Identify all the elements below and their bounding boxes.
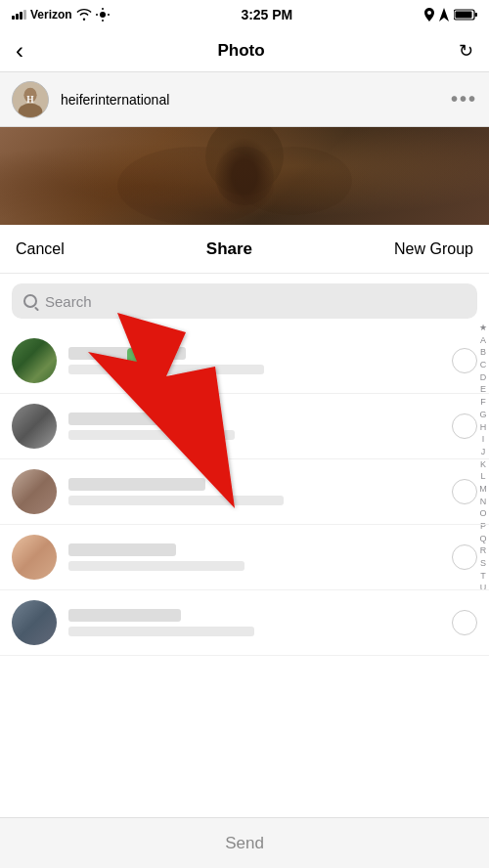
arrow-icon <box>439 8 449 22</box>
contact-sub <box>68 627 254 636</box>
list-item[interactable] <box>0 394 489 459</box>
avatar <box>12 338 57 383</box>
select-radio[interactable] <box>452 348 477 373</box>
contact-sub <box>68 365 264 374</box>
contact-info <box>68 347 440 374</box>
list-item[interactable] <box>0 525 489 590</box>
search-icon <box>23 294 37 308</box>
status-bar: Verizon 3:25 PM <box>0 0 489 29</box>
list-item[interactable] <box>0 590 489 656</box>
contact-name <box>68 478 205 491</box>
send-button[interactable]: Send <box>225 834 264 853</box>
contact-info <box>68 478 440 505</box>
contact-name <box>68 609 181 622</box>
more-button[interactable]: ••• <box>451 88 477 110</box>
signal-icon <box>12 10 26 20</box>
contact-info <box>68 412 440 440</box>
svg-rect-6 <box>455 12 471 19</box>
avatar <box>12 404 57 449</box>
new-group-button[interactable]: New Group <box>394 240 473 258</box>
status-left: Verizon <box>12 8 110 22</box>
svg-rect-7 <box>474 13 477 17</box>
nav-bar: ‹ Photo ↻ <box>0 29 489 72</box>
svg-point-0 <box>100 12 106 18</box>
status-right <box>424 8 477 22</box>
send-bar: Send <box>0 817 489 868</box>
wifi-icon <box>76 9 92 21</box>
share-row: Cancel Share New Group <box>0 225 489 274</box>
select-radio[interactable] <box>452 544 477 570</box>
avatar: H <box>12 81 49 118</box>
cancel-button[interactable]: Cancel <box>16 240 65 258</box>
contact-list <box>0 328 489 656</box>
contact-sub <box>68 430 235 440</box>
contact-info <box>68 543 440 571</box>
green-blob <box>127 348 155 375</box>
svg-point-15 <box>235 147 352 215</box>
contact-info <box>68 609 440 636</box>
nav-title: Photo <box>217 41 264 61</box>
list-item[interactable] <box>0 328 489 394</box>
photo-banner <box>0 127 489 225</box>
search-bar[interactable]: Search <box>12 283 477 319</box>
contact-name <box>68 412 166 425</box>
profile-bar: H heiferinternational ••• <box>0 72 489 127</box>
profile-username: heiferinternational <box>61 92 439 108</box>
share-title: Share <box>206 239 252 259</box>
avatar <box>12 535 57 580</box>
contact-name <box>68 543 176 556</box>
refresh-button[interactable]: ↻ <box>459 40 473 62</box>
select-radio[interactable] <box>452 610 477 635</box>
select-radio[interactable] <box>452 413 477 439</box>
carrier-label: Verizon <box>30 8 72 22</box>
battery-icon <box>454 9 477 21</box>
search-container: Search <box>0 274 489 328</box>
status-time: 3:25 PM <box>241 7 292 22</box>
list-item[interactable] <box>0 459 489 525</box>
svg-text:H: H <box>26 94 34 104</box>
search-input[interactable]: Search <box>45 293 92 310</box>
contact-sub <box>68 496 284 505</box>
select-radio[interactable] <box>452 479 477 504</box>
back-button[interactable]: ‹ <box>16 37 23 65</box>
avatar <box>12 469 57 514</box>
location-icon <box>424 8 434 22</box>
contact-sub <box>68 561 244 571</box>
avatar <box>12 600 57 645</box>
brightness-icon <box>96 8 110 22</box>
